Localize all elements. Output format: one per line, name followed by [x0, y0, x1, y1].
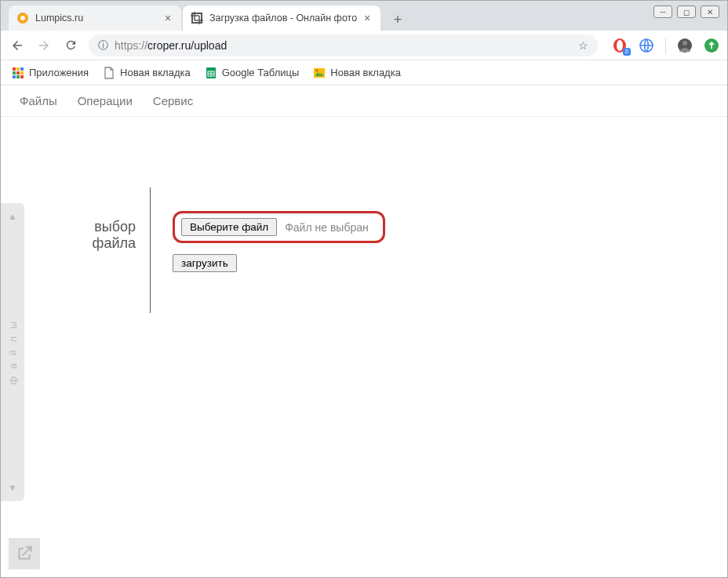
maximize-button[interactable]: ◻	[677, 5, 696, 18]
extension-opera-icon[interactable]: 2	[612, 38, 628, 53]
bookmark-newtab-2[interactable]: Новая вкладка	[313, 67, 401, 79]
window-controls: ─ ◻ ✕	[653, 5, 719, 18]
forward-button[interactable]	[35, 37, 53, 54]
menu-files[interactable]: Файлы	[20, 94, 57, 107]
svg-rect-17	[20, 75, 24, 78]
svg-rect-12	[13, 71, 16, 75]
bookmarks-bar: Приложения Новая вкладка Google Таблицы …	[1, 60, 727, 85]
site-info-icon[interactable]: ⓘ	[98, 38, 108, 53]
upload-button[interactable]: загрузить	[173, 254, 237, 272]
tab-strip: Lumpics.ru × Загрузка файлов - Онлайн фо…	[1, 1, 727, 31]
file-status-text: Файл не выбран	[285, 221, 377, 234]
svg-rect-13	[16, 71, 20, 75]
menu-operations[interactable]: Операции	[78, 94, 133, 107]
tab-title: Загрузка файлов - Онлайн фото	[209, 13, 357, 24]
chevron-down-icon: ▼	[8, 482, 17, 493]
app-menubar: Файлы Операции Сервис	[1, 85, 727, 117]
chevron-up-icon: ▲	[8, 211, 17, 222]
bookmark-label: Приложения	[29, 67, 89, 78]
svg-point-4	[617, 40, 623, 51]
page-icon	[103, 67, 115, 79]
choose-file-button[interactable]: Выберите файл	[181, 218, 277, 236]
close-window-button[interactable]: ✕	[701, 5, 719, 18]
extension-upload-icon[interactable]	[704, 38, 719, 53]
separator	[665, 38, 666, 53]
close-tab-icon[interactable]: ×	[362, 13, 373, 24]
browser-toolbar: ⓘ https://croper.ru/upload ☆ 2	[1, 31, 727, 60]
favicon-icon	[16, 12, 29, 24]
image-icon	[313, 67, 326, 79]
content-area: ▲ ф а й л ы ▼ выбор файла Выберите файл …	[1, 117, 727, 577]
extension-globe-icon[interactable]	[639, 38, 654, 53]
menu-service[interactable]: Сервис	[153, 94, 193, 107]
section-title: выбор файла	[56, 187, 150, 251]
bookmark-label: Google Таблицы	[222, 67, 300, 78]
svg-rect-9	[13, 67, 16, 71]
upload-panel: выбор файла Выберите файл Файл не выбран…	[56, 187, 385, 313]
file-input-group: Выберите файл Файл не выбран	[173, 211, 385, 243]
bookmark-apps[interactable]: Приложения	[12, 67, 89, 79]
extension-icons: 2	[612, 38, 719, 53]
reload-button[interactable]	[62, 37, 79, 54]
address-bar[interactable]: ⓘ https://croper.ru/upload ☆	[89, 35, 598, 56]
svg-rect-20	[314, 68, 325, 78]
svg-rect-2	[192, 13, 202, 23]
sidebar-label: ф а й л ы	[7, 319, 19, 385]
close-tab-icon[interactable]: ×	[162, 13, 173, 24]
svg-point-7	[682, 41, 687, 45]
svg-point-1	[20, 16, 25, 20]
bookmark-label: Новая вкладка	[120, 67, 191, 78]
bookmark-newtab-1[interactable]: Новая вкладка	[103, 67, 191, 79]
back-button[interactable]	[9, 37, 26, 54]
svg-rect-16	[16, 75, 20, 78]
svg-rect-14	[20, 71, 24, 75]
bookmark-label: Новая вкладка	[330, 67, 401, 78]
section-body: Выберите файл Файл не выбран загрузить	[151, 187, 385, 272]
bookmark-star-icon[interactable]: ☆	[578, 39, 588, 52]
sheets-icon	[205, 67, 217, 79]
new-tab-button[interactable]: +	[387, 9, 409, 31]
url-text: https://croper.ru/upload	[115, 39, 572, 52]
apps-icon	[12, 67, 24, 79]
svg-rect-11	[20, 67, 24, 71]
bookmark-google-sheets[interactable]: Google Таблицы	[205, 67, 300, 79]
svg-point-22	[316, 69, 318, 71]
svg-rect-10	[16, 67, 20, 71]
svg-rect-15	[13, 75, 16, 78]
external-link-icon[interactable]	[9, 538, 40, 569]
minimize-button[interactable]: ─	[653, 5, 672, 18]
favicon-icon	[191, 12, 203, 24]
sidebar-files-tab[interactable]: ▲ ф а й л ы ▼	[1, 203, 24, 501]
browser-tab-lumpics[interactable]: Lumpics.ru ×	[9, 5, 181, 31]
profile-avatar[interactable]	[677, 38, 693, 53]
browser-tab-croper[interactable]: Загрузка файлов - Онлайн фото ×	[183, 5, 380, 31]
tab-title: Lumpics.ru	[35, 13, 158, 24]
extension-badge: 2	[623, 48, 631, 56]
